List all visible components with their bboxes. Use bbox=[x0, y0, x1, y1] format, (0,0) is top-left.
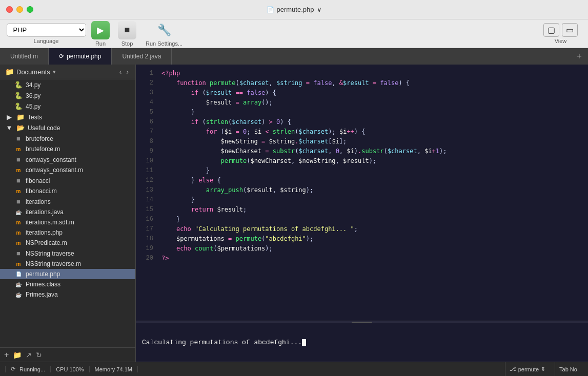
file-name: iterations.java bbox=[26, 208, 64, 216]
list-item[interactable]: m fibonacci.m bbox=[0, 186, 135, 196]
add-tab-button[interactable]: + bbox=[570, 48, 588, 65]
tab-bar: Untitled.m ⟳ permute.php Untitled 2.java… bbox=[0, 48, 588, 65]
list-item[interactable]: m bruteforce.m bbox=[0, 144, 135, 154]
run-button[interactable]: ▶ bbox=[91, 21, 110, 39]
terminal: Calculating permutations of abcdefghi... bbox=[136, 321, 588, 362]
folder-dropdown-icon[interactable]: ▾ bbox=[53, 69, 56, 75]
terminal-divider-line bbox=[352, 322, 372, 323]
list-item[interactable]: ☕ Primes.class bbox=[0, 279, 135, 289]
add-file-button[interactable]: + bbox=[4, 350, 9, 360]
list-item[interactable]: ■ iterations bbox=[0, 196, 135, 207]
tab-permute-php[interactable]: ⟳ permute.php bbox=[49, 48, 112, 65]
split-view-button[interactable]: ▢ bbox=[543, 23, 559, 37]
file-name: bruteforce bbox=[26, 135, 53, 142]
code-container[interactable]: 12345 678910 1112131415 1617181920 <?php… bbox=[136, 65, 588, 321]
m-file-icon: m bbox=[14, 230, 23, 236]
tab-loading-spinner: ⟳ bbox=[59, 53, 64, 60]
stop-button-group: ■ Stop bbox=[118, 21, 136, 47]
m-file-icon: m bbox=[14, 189, 23, 194]
black-file-icon: ■ bbox=[14, 198, 23, 205]
tab-untitled-m-label: Untitled.m bbox=[10, 53, 38, 60]
running-status: ⟳ Running... bbox=[5, 366, 51, 372]
tab-untitled-m[interactable]: Untitled.m bbox=[0, 48, 49, 65]
file-name: fibonacci bbox=[26, 177, 50, 184]
window-title: 📄 permute.php ∨ bbox=[267, 6, 322, 13]
list-item[interactable]: 🐍 34.py bbox=[0, 79, 135, 90]
view-button-group: ▢ ▭ View bbox=[543, 23, 578, 44]
fullscreen-button[interactable] bbox=[27, 6, 33, 13]
branch-arrow: ⇕ bbox=[541, 366, 545, 372]
move-button[interactable]: ↗ bbox=[26, 351, 32, 359]
status-bar: ⟳ Running... CPU 100% Memory 74.1M ⎇ per… bbox=[0, 362, 588, 376]
python-file-icon: 🐍 bbox=[14, 102, 23, 110]
file-name: Primes.class bbox=[26, 281, 60, 288]
list-item[interactable]: m iterations.m.sdf.m bbox=[0, 217, 135, 227]
running-spinner: ⟳ bbox=[11, 366, 15, 372]
list-item[interactable]: ■ bruteforce bbox=[0, 133, 135, 144]
list-item[interactable]: ■ conways_constant bbox=[0, 154, 135, 165]
sidebar-item-tests[interactable]: ▶ 📁 Tests bbox=[0, 112, 135, 122]
sidebar-item-useful-code[interactable]: ▼ 📂 Useful code bbox=[0, 122, 135, 133]
close-button[interactable] bbox=[6, 6, 13, 13]
stop-button[interactable]: ■ bbox=[118, 21, 136, 39]
m-file-icon: m bbox=[14, 261, 23, 267]
list-item[interactable]: ■ NSString traverse bbox=[0, 248, 135, 259]
sidebar-bottom-bar: + 📁 ↗ ↻ bbox=[0, 347, 135, 362]
language-static-label: Language bbox=[34, 38, 59, 44]
memory-status: Memory 74.1M bbox=[90, 366, 138, 372]
sidebar-item-permute-php[interactable]: 📄 permute.php bbox=[0, 269, 135, 279]
cpu-status: CPU 100% bbox=[51, 366, 89, 372]
list-item[interactable]: 🐍 36.py bbox=[0, 90, 135, 101]
folder-name: Documents bbox=[16, 68, 50, 76]
nav-back-button[interactable]: ‹ bbox=[118, 68, 124, 76]
add-folder-button[interactable]: 📁 bbox=[13, 351, 22, 359]
title-chevron: ∨ bbox=[317, 6, 322, 13]
cpu-label: CPU 100% bbox=[56, 366, 84, 372]
tests-folder-icon: 📁 bbox=[16, 113, 25, 121]
file-name: iterations.m.sdf.m bbox=[26, 219, 74, 226]
code-editor[interactable]: <?php function permute($charset, $string… bbox=[156, 65, 588, 321]
memory-label: Memory 74.1M bbox=[95, 366, 132, 372]
list-item[interactable]: ☕ Primes.java bbox=[0, 289, 135, 300]
file-name: 36.py bbox=[26, 92, 40, 99]
terminal-output[interactable]: Calculating permutations of abcdefghi... bbox=[136, 323, 588, 362]
settings-button[interactable]: 🔧 bbox=[155, 21, 173, 39]
class-file-icon: ☕ bbox=[14, 282, 23, 287]
status-right: ⎇ permute ⇕ Tab No. bbox=[505, 362, 583, 377]
m-file-icon: m bbox=[14, 220, 23, 225]
folder-name-label: Tests bbox=[28, 114, 42, 121]
toolbar: PHP Python Java JavaScript C++ Run Langu… bbox=[0, 19, 588, 48]
black-file-icon: ■ bbox=[14, 177, 23, 184]
file-name: bruteforce.m bbox=[26, 145, 60, 153]
list-item[interactable]: ■ fibonacci bbox=[0, 175, 135, 186]
list-item[interactable]: m NSPredicate.m bbox=[0, 238, 135, 248]
main-area: 📁 Documents ▾ ‹ › 🐍 34.py 🐍 36.py 🐍 45.p… bbox=[0, 65, 588, 362]
file-name: 45.py bbox=[26, 103, 40, 110]
running-label: Running... bbox=[19, 366, 45, 372]
sidebar: 📁 Documents ▾ ‹ › 🐍 34.py 🐍 36.py 🐍 45.p… bbox=[0, 65, 136, 362]
panel-view-button[interactable]: ▭ bbox=[562, 23, 578, 37]
list-item[interactable]: ☕ iterations.java bbox=[0, 207, 135, 217]
list-item[interactable]: 🐍 45.py bbox=[0, 101, 135, 112]
language-select[interactable]: PHP Python Java JavaScript C++ bbox=[7, 23, 86, 37]
list-item[interactable]: m NSString traverse.m bbox=[0, 259, 135, 269]
branch-icon: ⎇ bbox=[510, 366, 516, 372]
branch-status[interactable]: ⎇ permute ⇕ bbox=[505, 362, 550, 377]
tab-untitled-java[interactable]: Untitled 2.java bbox=[112, 48, 172, 65]
file-name: Primes.java bbox=[26, 291, 58, 298]
tab-untitled-java-label: Untitled 2.java bbox=[122, 53, 161, 60]
tab-status[interactable]: Tab No. bbox=[555, 362, 583, 377]
minimize-button[interactable] bbox=[16, 6, 23, 13]
folder-icon: 📁 bbox=[5, 68, 14, 76]
nav-forward-button[interactable]: › bbox=[125, 68, 130, 76]
php-file-icon: 📄 bbox=[14, 271, 23, 277]
refresh-button[interactable]: ↻ bbox=[36, 351, 42, 359]
view-label: View bbox=[555, 38, 567, 44]
java-file-icon: ☕ bbox=[14, 292, 23, 298]
folder-open-icon: ▼ bbox=[5, 124, 13, 132]
m-file-icon: m bbox=[14, 147, 23, 152]
list-item[interactable]: m iterations.php bbox=[0, 227, 135, 238]
file-icon: 📄 bbox=[267, 6, 274, 13]
list-item[interactable]: m conways_constant.m bbox=[0, 165, 135, 175]
settings-label: Run Settings... bbox=[146, 40, 183, 47]
